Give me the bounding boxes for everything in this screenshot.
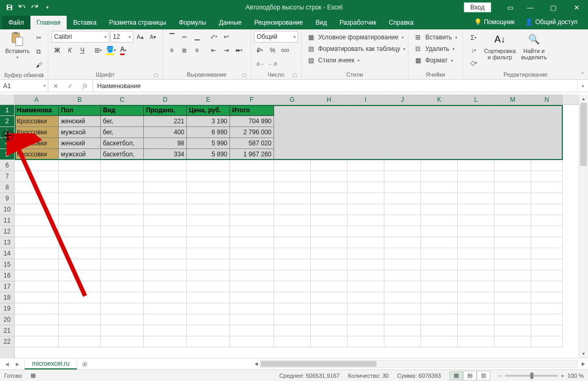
increase-decimal-icon[interactable]: .0→ — [254, 58, 266, 70]
column-header[interactable]: I — [348, 94, 384, 104]
cell[interactable] — [348, 259, 384, 270]
cell[interactable] — [144, 303, 187, 314]
cell[interactable] — [59, 215, 101, 226]
cell[interactable] — [421, 105, 458, 116]
cell[interactable]: 98 — [144, 138, 187, 149]
italic-button[interactable]: К — [64, 45, 76, 56]
cell[interactable] — [421, 138, 458, 149]
cancel-formula-icon[interactable]: ✕ — [48, 82, 63, 90]
tab-formulas[interactable]: Формулы — [173, 16, 213, 29]
cell[interactable] — [274, 281, 311, 292]
sign-in-button[interactable]: Вход — [464, 2, 491, 13]
cell[interactable] — [59, 171, 101, 182]
row-header[interactable]: 19 — [0, 303, 14, 314]
cell[interactable] — [101, 248, 144, 259]
cell[interactable] — [101, 292, 144, 303]
cell[interactable] — [59, 270, 101, 281]
column-header[interactable]: K — [421, 94, 458, 104]
row-header[interactable]: 3 — [0, 127, 14, 138]
cell[interactable] — [495, 314, 531, 325]
cell[interactable] — [311, 105, 348, 116]
cell[interactable] — [144, 237, 187, 248]
cell[interactable] — [531, 281, 563, 292]
cell[interactable] — [421, 215, 458, 226]
cell[interactable] — [187, 171, 230, 182]
borders-icon[interactable]: ⊞▾ — [92, 45, 104, 56]
cell[interactable] — [495, 138, 531, 149]
cell[interactable]: Кроссовки — [15, 127, 59, 138]
cell[interactable] — [144, 259, 187, 270]
row-header[interactable]: 1 — [0, 105, 14, 116]
cell[interactable] — [495, 336, 531, 347]
dialog-launcher-icon[interactable]: ▢ — [241, 72, 247, 78]
cell[interactable] — [421, 182, 458, 193]
cell[interactable]: баскетбол, — [101, 149, 144, 160]
enter-formula-icon[interactable]: ✓ — [63, 82, 78, 90]
page-break-view-icon[interactable]: ▥ — [477, 371, 490, 380]
cell[interactable] — [274, 248, 311, 259]
cell[interactable] — [495, 237, 531, 248]
cell[interactable] — [15, 237, 59, 248]
cell[interactable] — [531, 204, 563, 215]
dialog-launcher-icon[interactable]: ▢ — [291, 72, 298, 78]
cell[interactable] — [495, 248, 531, 259]
cell[interactable] — [311, 292, 348, 303]
cell[interactable] — [531, 314, 563, 325]
cell[interactable] — [348, 336, 384, 347]
cell[interactable]: 3 190 — [187, 116, 230, 127]
row-header[interactable]: 20 — [0, 314, 14, 325]
cell[interactable] — [384, 237, 421, 248]
cell[interactable] — [187, 248, 230, 259]
formula-input[interactable] — [93, 80, 578, 92]
cell[interactable] — [531, 270, 563, 281]
cell[interactable] — [458, 204, 495, 215]
cell[interactable] — [495, 292, 531, 303]
cell[interactable] — [59, 259, 101, 270]
cell[interactable] — [311, 237, 348, 248]
column-header[interactable]: D — [144, 94, 187, 104]
fill-color-icon[interactable]: 🪣▾ — [105, 45, 117, 56]
cell[interactable] — [348, 138, 384, 149]
cell[interactable] — [384, 138, 421, 149]
cell[interactable] — [495, 270, 531, 281]
cell[interactable] — [421, 237, 458, 248]
insert-cells-button[interactable]: ⊞Вставить▾ — [412, 32, 459, 43]
cell[interactable] — [311, 259, 348, 270]
cell[interactable] — [15, 193, 59, 204]
cell[interactable] — [15, 270, 59, 281]
cell[interactable] — [15, 160, 59, 171]
cell[interactable] — [144, 292, 187, 303]
tab-file[interactable]: Файл — [2, 16, 30, 29]
cell[interactable] — [15, 215, 59, 226]
zoom-out-icon[interactable]: − — [499, 373, 502, 379]
cell[interactable] — [187, 193, 230, 204]
cell[interactable] — [187, 237, 230, 248]
cell[interactable] — [101, 193, 144, 204]
qat-customize-icon[interactable]: ▾ — [41, 1, 54, 14]
cell[interactable] — [531, 226, 563, 237]
cell[interactable] — [230, 303, 274, 314]
cell[interactable]: 6 990 — [187, 127, 230, 138]
cell[interactable] — [531, 215, 563, 226]
cell[interactable] — [101, 226, 144, 237]
cell[interactable]: 400 — [144, 127, 187, 138]
cell[interactable] — [230, 160, 274, 171]
cell[interactable] — [274, 226, 311, 237]
cell[interactable] — [187, 325, 230, 336]
ribbon-options-icon[interactable]: ▭ — [502, 0, 519, 15]
cell[interactable] — [384, 204, 421, 215]
cell[interactable] — [495, 226, 531, 237]
cell[interactable] — [495, 215, 531, 226]
clear-icon[interactable]: ◇▾ — [466, 57, 481, 69]
cell[interactable] — [458, 259, 495, 270]
cell[interactable] — [348, 105, 384, 116]
cell[interactable] — [274, 336, 311, 347]
sheet-prev-icon[interactable]: ◀ — [2, 362, 12, 367]
column-header[interactable]: H — [311, 94, 348, 104]
zoom-in-icon[interactable]: + — [561, 373, 564, 379]
cell[interactable] — [495, 259, 531, 270]
cell[interactable] — [101, 204, 144, 215]
cell[interactable] — [384, 182, 421, 193]
share-button[interactable]: 👤Общий доступ — [521, 18, 582, 26]
row-header[interactable]: 17 — [0, 281, 14, 292]
